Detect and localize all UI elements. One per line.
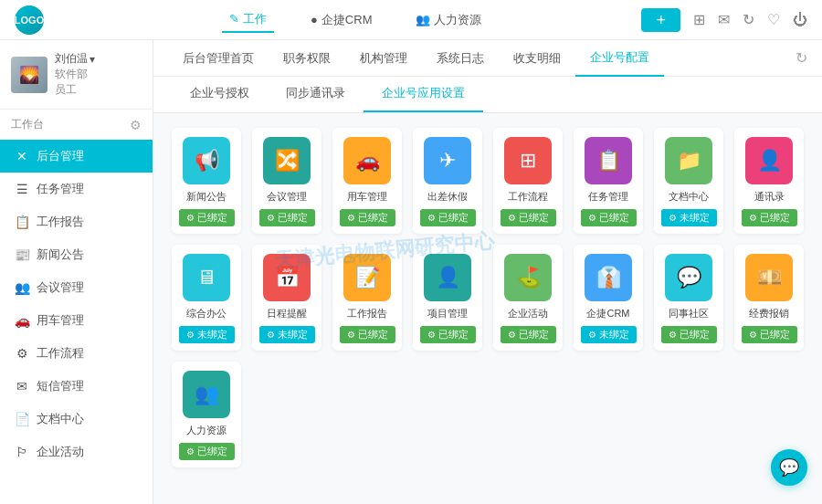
avatar: 🌄 xyxy=(11,57,47,93)
sidebar-item-task[interactable]: ☰ 任务管理 xyxy=(0,173,153,205)
app-label-car: 用车管理 xyxy=(347,190,387,204)
app-card-taskm: 📋任务管理⚙已绑定 xyxy=(574,128,643,234)
app-label-news: 新闻公告 xyxy=(186,190,227,204)
nav-crm[interactable]: ● 企捷CRM xyxy=(303,8,379,32)
bind-btn-schedule[interactable]: ⚙未绑定 xyxy=(259,326,315,343)
tab-auth[interactable]: 企业号授权 xyxy=(172,76,268,112)
subnav-corpconfig[interactable]: 企业号配置 xyxy=(575,40,664,77)
sidebar-item-docs[interactable]: 📄 文档中心 xyxy=(0,403,153,436)
chat-icon: 💬 xyxy=(779,457,799,478)
app-label-workflow: 工作流程 xyxy=(508,190,548,204)
app-icon-news: 📢 xyxy=(183,137,230,184)
bind-btn-car[interactable]: ⚙已绑定 xyxy=(340,209,395,226)
bind-btn-综合办公[interactable]: ⚙未绑定 xyxy=(179,326,235,343)
app-label-schedule: 日程提醒 xyxy=(267,307,307,320)
report-icon: 📋 xyxy=(15,215,29,229)
sms-icon: ✉ xyxy=(15,379,29,394)
mail-icon[interactable]: ✉ xyxy=(718,11,730,28)
subnav-logs[interactable]: 系统日志 xyxy=(422,41,499,76)
app-card-expense: 💴经费报销⚙已绑定 xyxy=(734,245,804,351)
car-icon: 🚗 xyxy=(15,313,29,328)
bind-btn-news[interactable]: ⚙已绑定 xyxy=(179,209,235,226)
bind-btn-meeting[interactable]: ⚙已绑定 xyxy=(259,209,315,226)
bind-btn-taskm[interactable]: ⚙已绑定 xyxy=(581,209,637,226)
bind-btn-crm[interactable]: ⚙未绑定 xyxy=(581,326,637,343)
app-card-car: 🚗用车管理⚙已绑定 xyxy=(332,128,402,234)
app-card-trip: ✈出差休假⚙已绑定 xyxy=(413,128,482,234)
gear-small-icon: ⚙ xyxy=(427,330,436,340)
nav-hr[interactable]: 👥 人力资源 xyxy=(408,8,489,32)
top-nav: LOGO ✎ 工作 ● 企捷CRM 👥 人力资源 + ⊞ ✉ ↻ ♡ ⏻ xyxy=(0,0,822,40)
task-icon: ☰ xyxy=(15,182,29,196)
settings-gear-icon[interactable]: ⚙ xyxy=(130,118,142,132)
app-label-trip: 出差休假 xyxy=(427,190,468,204)
gear-small-icon: ⚙ xyxy=(186,330,195,340)
bell-icon[interactable]: ♡ xyxy=(767,11,780,28)
nav-work[interactable]: ✎ 工作 xyxy=(222,7,274,33)
add-button[interactable]: + xyxy=(641,8,680,32)
refresh-icon[interactable]: ↻ xyxy=(743,11,754,28)
gear-small-icon: ⚙ xyxy=(588,330,596,340)
top-nav-icons: + ⊞ ✉ ↻ ♡ ⏻ xyxy=(641,8,807,32)
bind-btn-docs[interactable]: ⚙未绑定 xyxy=(661,209,717,226)
news-icon: 📰 xyxy=(15,247,29,262)
sidebar-item-workflow[interactable]: ⚙ 工作流程 xyxy=(0,337,153,370)
bind-btn-hr[interactable]: ⚙已绑定 xyxy=(179,443,235,460)
gear-small-icon: ⚙ xyxy=(186,213,195,223)
user-area: 🌄 刘伯温 ▾ 软件部 员工 xyxy=(0,40,153,110)
bind-btn-workflow[interactable]: ⚙已绑定 xyxy=(501,209,556,226)
bind-btn-workreport[interactable]: ⚙已绑定 xyxy=(340,326,395,343)
sidebar-item-report[interactable]: 📋 工作报告 xyxy=(0,205,153,238)
app-label-taskm: 任务管理 xyxy=(588,190,628,204)
app-icon-car: 🚗 xyxy=(343,137,391,184)
subnav-finance[interactable]: 收支明细 xyxy=(499,41,575,76)
bind-btn-contacts2[interactable]: ⚙已绑定 xyxy=(742,209,797,226)
app-card-docs: 📁文档中心⚙未绑定 xyxy=(654,128,723,234)
subnav-org[interactable]: 机构管理 xyxy=(345,41,422,76)
app-icon-meeting: 🔀 xyxy=(263,137,311,184)
app-card-contacts2: 👤通讯录⚙已绑定 xyxy=(734,128,804,234)
app-card-crm: 👔企捷CRM⚙未绑定 xyxy=(574,245,643,351)
app-grid: 📢新闻公告⚙已绑定🔀会议管理⚙已绑定🚗用车管理⚙已绑定✈出差休假⚙已绑定⊞工作流… xyxy=(172,128,804,467)
app-icon-activity: ⛳ xyxy=(504,254,552,301)
bind-btn-trip[interactable]: ⚙已绑定 xyxy=(420,209,476,226)
app-card-workflow: ⊞工作流程⚙已绑定 xyxy=(493,128,563,234)
bind-btn-community[interactable]: ⚙已绑定 xyxy=(661,326,717,343)
subnav-refresh-icon[interactable]: ↻ xyxy=(796,49,807,67)
logo: LOGO xyxy=(15,5,44,35)
user-role: 员工 xyxy=(55,82,95,98)
app-icon-workreport: 📝 xyxy=(343,254,391,301)
sidebar-item-news[interactable]: 📰 新闻公告 xyxy=(0,238,153,271)
app-icon-expense: 💴 xyxy=(745,254,793,301)
grid-icon[interactable]: ⊞ xyxy=(693,11,705,28)
sidebar-item-backend[interactable]: ✕ 后台管理 xyxy=(0,140,153,173)
sidebar-item-activity[interactable]: 🏳 企业活动 xyxy=(0,436,153,468)
app-card-activity: ⛳企业活动⚙已绑定 xyxy=(493,245,563,351)
gear-small-icon: ⚙ xyxy=(347,330,355,340)
workbench-label: 工作台 xyxy=(11,117,44,132)
sidebar-item-meeting[interactable]: 👥 会议管理 xyxy=(0,271,153,304)
bind-btn-activity[interactable]: ⚙已绑定 xyxy=(501,326,556,343)
tab-contacts[interactable]: 同步通讯录 xyxy=(268,76,364,112)
app-icon-schedule: 📅 xyxy=(263,254,311,301)
sidebar-item-car[interactable]: 🚗 用车管理 xyxy=(0,304,153,337)
app-label-expense: 经费报销 xyxy=(749,307,789,320)
tab-appconfig[interactable]: 企业号应用设置 xyxy=(364,76,483,112)
app-card-hr: 👥人力资源⚙已绑定 xyxy=(172,362,241,467)
power-icon[interactable]: ⏻ xyxy=(793,12,807,28)
bind-btn-project[interactable]: ⚙已绑定 xyxy=(420,326,476,343)
subnav-home[interactable]: 后台管理首页 xyxy=(168,41,269,76)
logo-area: LOGO xyxy=(15,5,69,35)
dropdown-arrow[interactable]: ▾ xyxy=(90,53,95,66)
crm-icon: ● xyxy=(311,13,318,26)
bind-btn-expense[interactable]: ⚙已绑定 xyxy=(742,326,797,343)
gear-small-icon: ⚙ xyxy=(588,213,596,223)
sidebar-item-sms[interactable]: ✉ 短信管理 xyxy=(0,370,153,403)
main-content: 后台管理首页 职务权限 机构管理 系统日志 收支明细 企业号配置 ↻ 企业号授权… xyxy=(153,40,822,504)
subnav-roles[interactable]: 职务权限 xyxy=(269,41,345,76)
app-icon-community: 💬 xyxy=(665,254,712,301)
chat-bubble-button[interactable]: 💬 xyxy=(771,449,807,486)
user-info: 刘伯温 ▾ 软件部 员工 xyxy=(55,51,95,98)
app-icon-trip: ✈ xyxy=(424,137,471,184)
work-icon: ✎ xyxy=(229,12,239,26)
